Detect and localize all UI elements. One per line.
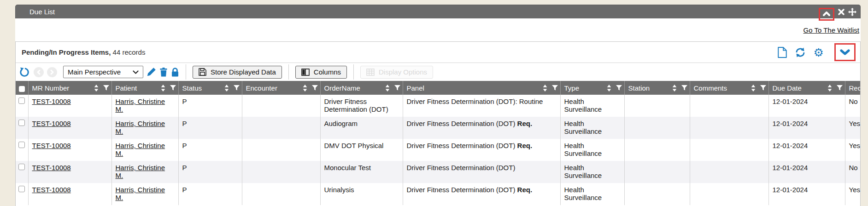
col-header-req[interactable]: Req xyxy=(845,81,860,95)
mr-number-cell: TEST-10008 xyxy=(28,183,111,205)
toolbar: Main Perspective xyxy=(16,63,860,81)
undo-icon[interactable] xyxy=(19,67,29,77)
delete-trash-icon[interactable] xyxy=(159,67,168,77)
order-name-cell: Monocular Test xyxy=(320,161,403,183)
req-cell: No xyxy=(845,161,860,183)
patient-cell: Harris, Christine M. xyxy=(111,161,178,183)
new-document-icon[interactable] xyxy=(778,47,787,58)
waitlist-row: Go To The Waitlist xyxy=(15,18,861,41)
encounter-cell xyxy=(242,117,320,139)
encounter-cell xyxy=(242,183,320,205)
next-perspective-button[interactable] xyxy=(47,67,57,77)
req-cell: Yes xyxy=(845,139,860,161)
mr-number-cell: TEST-10008 xyxy=(28,139,111,161)
encounter-cell xyxy=(242,139,320,161)
sort-icon[interactable] xyxy=(751,85,756,92)
edit-pencil-icon[interactable] xyxy=(147,67,156,77)
mr-number-cell: TEST-10008 xyxy=(28,117,111,139)
filter-icon[interactable] xyxy=(552,85,558,91)
sort-icon[interactable] xyxy=(385,85,390,92)
expand-down-icon[interactable] xyxy=(840,49,850,55)
col-header-status[interactable]: Status xyxy=(178,81,242,95)
filter-icon[interactable] xyxy=(312,85,318,91)
select-all-checkbox[interactable] xyxy=(19,86,25,92)
mr-number-link[interactable]: TEST-10008 xyxy=(32,97,71,105)
col-header-patient[interactable]: Patient xyxy=(111,81,178,95)
row-checkbox[interactable] xyxy=(18,97,25,104)
gear-icon[interactable]: ⚙ xyxy=(814,47,824,57)
grid-icon xyxy=(366,69,375,76)
filter-icon[interactable] xyxy=(394,85,400,91)
patient-link[interactable]: Harris, Christine M. xyxy=(116,97,165,113)
row-checkbox[interactable] xyxy=(18,142,25,148)
col-header-type[interactable]: Type xyxy=(560,81,624,95)
station-cell xyxy=(624,117,690,139)
row-checkbox[interactable] xyxy=(18,164,25,170)
filter-icon[interactable] xyxy=(234,85,240,91)
col-label: Type xyxy=(564,84,580,92)
go-to-waitlist-link[interactable]: Go To The Waitlist xyxy=(803,26,859,34)
col-header-order[interactable]: OrderName xyxy=(320,81,403,95)
titlebar: Due List xyxy=(15,5,861,18)
row-checkbox[interactable] xyxy=(18,186,25,192)
col-header-comments[interactable]: Comments xyxy=(690,81,768,95)
patient-cell: Harris, Christine M. xyxy=(111,183,178,205)
type-cell: Health Surveillance xyxy=(560,139,624,161)
status-cell: P xyxy=(178,161,242,183)
save-floppy-icon xyxy=(199,68,206,76)
filter-icon[interactable] xyxy=(616,85,622,91)
due-list-window: Due List Go To The Waitlist xyxy=(15,5,861,206)
sort-icon[interactable] xyxy=(607,85,611,92)
encounter-cell xyxy=(242,161,320,183)
panel-cell: Driver Fitness Determination (DOT) Req. xyxy=(403,117,560,139)
patient-link[interactable]: Harris, Christine M. xyxy=(116,186,165,201)
content-box: Pending/In Progress Items, 44 records ⚙ xyxy=(15,41,861,206)
due-date-cell: 12-01-2024 xyxy=(768,139,845,161)
col-header-panel[interactable]: Panel xyxy=(403,81,560,95)
mr-number-link[interactable]: TEST-10008 xyxy=(32,186,71,194)
col-header-due[interactable]: Due Date xyxy=(768,81,845,95)
filter-icon[interactable] xyxy=(170,85,176,91)
sort-icon[interactable] xyxy=(672,85,677,92)
close-icon[interactable] xyxy=(838,9,845,15)
col-header-station[interactable]: Station xyxy=(624,81,690,95)
move-icon[interactable] xyxy=(848,8,856,16)
sort-icon[interactable] xyxy=(224,85,229,92)
sort-icon[interactable] xyxy=(543,85,547,92)
req-cell: Yes xyxy=(845,183,860,205)
patient-link[interactable]: Harris, Christine M. xyxy=(116,164,165,179)
row-checkbox[interactable] xyxy=(18,120,25,126)
lock-icon[interactable] xyxy=(171,67,179,77)
box-header-icons: ⚙ xyxy=(778,43,856,61)
columns-button[interactable]: Columns xyxy=(295,66,347,79)
mr-number-link[interactable]: TEST-10008 xyxy=(32,164,71,172)
due-date-cell: 12-01-2024 xyxy=(768,95,845,117)
station-cell xyxy=(624,139,690,161)
col-header-select xyxy=(16,81,28,95)
filter-icon[interactable] xyxy=(760,85,766,91)
sort-icon[interactable] xyxy=(161,85,165,92)
row-select-cell xyxy=(16,95,28,117)
mr-number-link[interactable]: TEST-10008 xyxy=(32,142,71,149)
store-displayed-data-button[interactable]: Store Displayed Data xyxy=(193,66,282,79)
collapse-up-icon[interactable] xyxy=(823,11,830,16)
prev-perspective-button[interactable] xyxy=(34,67,44,77)
patient-link[interactable]: Harris, Christine M. xyxy=(116,120,165,135)
sort-icon[interactable] xyxy=(94,85,99,92)
perspective-select[interactable]: Main Perspective xyxy=(63,66,143,78)
sort-icon[interactable] xyxy=(827,85,832,92)
col-header-encounter[interactable]: Encounter xyxy=(242,81,320,95)
sort-icon[interactable] xyxy=(303,85,307,92)
filter-icon[interactable] xyxy=(103,85,109,91)
col-header-mr[interactable]: MR Number xyxy=(28,81,111,95)
filter-icon[interactable] xyxy=(837,85,843,91)
col-label: Encounter xyxy=(246,84,277,92)
mr-number-link[interactable]: TEST-10008 xyxy=(32,120,71,127)
refresh-icon[interactable] xyxy=(795,47,806,58)
patient-link[interactable]: Harris, Christine M. xyxy=(116,142,165,157)
table-row: TEST-10008Harris, Christine M.PDMV DOT P… xyxy=(16,139,860,161)
comments-cell xyxy=(690,117,768,139)
encounter-cell xyxy=(242,95,320,117)
station-cell xyxy=(624,183,690,205)
filter-icon[interactable] xyxy=(681,85,687,91)
